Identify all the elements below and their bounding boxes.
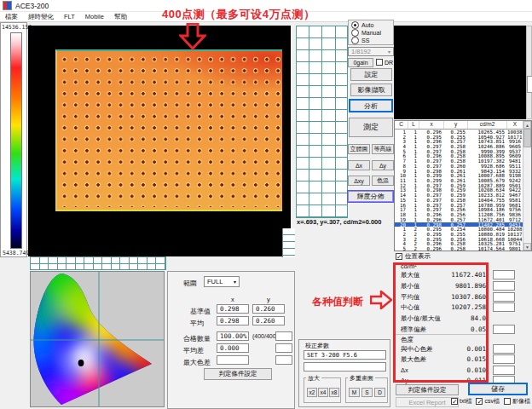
save-button[interactable]: 儲存 [468,383,528,395]
radio-auto-label: Auto [361,22,373,28]
multi-m-button[interactable]: M [349,388,360,397]
image-scrollbar[interactable] [526,26,532,119]
chroma-judge-condition-button[interactable]: 判定條件設定 [204,368,272,380]
reference-y-field[interactable]: 0.260 [252,304,285,314]
radio-manual-label: Manual [361,30,381,36]
file-option-checkbox[interactable] [504,398,511,405]
scroll-up-icon[interactable]: ▲ [523,121,531,129]
chevron-down-icon: ▾ [388,49,390,55]
calibration-value2-field[interactable] [304,362,386,372]
zoom-x8-button[interactable]: x8 [329,388,339,397]
table-column-header: C [395,121,408,129]
analyze-button[interactable]: 分析 [349,99,393,112]
contour-button[interactable]: 等高線 [372,144,394,154]
position-display-checkbox[interactable]: ✓ [396,253,402,260]
radio-ss-icon[interactable] [351,37,359,44]
window-title: ACE3-200 [15,2,49,10]
avg-diff-label: 平均差 [183,346,204,355]
delta-x-button[interactable]: Δx [348,160,370,170]
file-option-csv檔[interactable]: ✓csv檔 [476,397,500,406]
zoom-x2-button[interactable]: x2 [307,388,317,397]
menu-item-4[interactable]: 幫助 [114,13,127,21]
luminance-distribution-button[interactable]: 輝度分佈 [347,190,394,203]
position-display-label: 位置表示 [405,252,431,261]
image-scrollbar-thumb[interactable] [527,76,532,93]
color-temp-button[interactable]: 色温 [372,176,394,186]
delta-xy-button[interactable]: Δxy [348,176,370,186]
data-grid-panel[interactable] [296,26,348,218]
stat-row: 最大值11672.401 [394,270,532,280]
dr-checkbox-row[interactable]: DR [376,59,393,66]
excel-report-button[interactable]: Excel Report [396,397,459,407]
dr-label: DR [385,60,393,66]
stat-row: Δx0.010 [394,366,532,376]
app-icon [3,1,12,10]
dr-checkbox[interactable] [376,59,383,66]
measure-button[interactable]: 測定 [349,118,393,137]
stat-row: 最大色差0.015 [394,354,532,365]
cie-chromaticity-panel[interactable] [30,271,165,407]
scale-min-value: 5438.749 [3,250,29,256]
file-option-checkbox[interactable]: ✓ [451,398,458,405]
heatmap-measurement-area[interactable] [55,49,282,211]
file-option-影像檔[interactable]: 影像檔 [504,397,530,406]
app-window: ACE3-200 檔案經時變化FLTMobile幫助 14536.156 543… [0,0,532,409]
table-cell: 5 [395,246,408,251]
heatmap-viewport[interactable] [28,26,291,256]
annotation-side-note: 各种值判断 [312,295,363,309]
table-row[interactable]: 520.2960.25810174.5649801 [395,246,523,251]
judge-condition-button[interactable]: 判定條件設定 [396,384,459,395]
cie-diagram [31,272,164,406]
scroll-down-icon[interactable]: ▼ [523,243,531,251]
range-select[interactable]: FULL ▾ [204,276,240,287]
calibration-value: SET 3-200 F5.6 [307,352,357,359]
settings-button[interactable]: 設定 [350,68,392,81]
file-option-checkbox[interactable]: ✓ [476,398,483,405]
color-scale-panel: 14536.156 5438.749 [0,22,27,257]
position-display-row[interactable]: ✓ 位置表示 [396,252,431,261]
radio-auto[interactable]: Auto [351,21,390,29]
file-option-txt檔[interactable]: ✓txt檔 [451,397,471,406]
view-3d-button[interactable]: 立體圖 [348,144,370,154]
menu-item-2[interactable]: FLT [64,13,75,20]
judge-result-box [493,302,515,312]
shutter-select[interactable]: 1/8192 ▾ [348,47,394,56]
stat-row: 最小值/最大值84.0 [394,314,532,324]
radio-ss[interactable]: SS [351,37,390,44]
data-grid-strip [30,256,166,270]
average-x-field[interactable]: 0.298 [217,316,249,325]
menu-item-1[interactable]: 經時變化 [28,13,54,21]
file-option-label: csv檔 [484,397,500,406]
file-options: ✓txt檔✓csv檔影像檔 [451,397,532,406]
stat-label: 與中心色差 [401,345,433,354]
reference-x-field[interactable]: 0.298 [217,304,249,314]
menu-item-0[interactable]: 檔案 [5,13,18,21]
zoom-x4-button[interactable]: x4 [318,388,328,397]
radio-manual[interactable]: Manual [351,29,390,37]
table-scrollbar-thumb[interactable] [523,129,531,147]
table-cell: 0.296 [419,246,444,251]
delta-y-button[interactable]: Δy [372,160,394,170]
chromaticity-panel: 範圍 FULL ▾ x y 基準值 0.298 0.260 平均 0.298 0… [167,271,295,409]
avg-diff-value: 0.000 [220,344,240,352]
calibration-value-field[interactable]: SET 3-200 F5.6 [304,350,386,360]
pass-judge-box [275,331,292,341]
table-scrollbar[interactable]: ▲ ▼ [523,121,531,251]
zero-gain-button[interactable]: 0gain [348,58,373,67]
stat-label: 中心值 [401,303,420,312]
radio-manual-icon[interactable] [351,29,359,37]
color-scale-bar [10,32,22,249]
menu-item-3[interactable]: Mobile [85,13,104,20]
stat-value: 0.05 [471,325,486,333]
stat-value: 10207.258 [451,303,486,311]
average-y-field[interactable]: 0.260 [252,316,285,325]
radio-auto-icon[interactable] [351,21,359,29]
calibration-panel: 校正參數 SET 3-200 F5.6 放大 x2 x4 x8 多重畫面 M S… [298,339,390,407]
table-column-header: cd/m2 [468,121,507,129]
image-capture-button[interactable]: 影像擷取 [350,84,392,96]
max-diff-label: 最大色差 [183,358,211,367]
camera-image-panel[interactable] [394,26,526,119]
multi-d-button[interactable]: D [374,388,385,397]
table-column-header: x [419,121,444,129]
multi-s-button[interactable]: S [361,388,373,397]
